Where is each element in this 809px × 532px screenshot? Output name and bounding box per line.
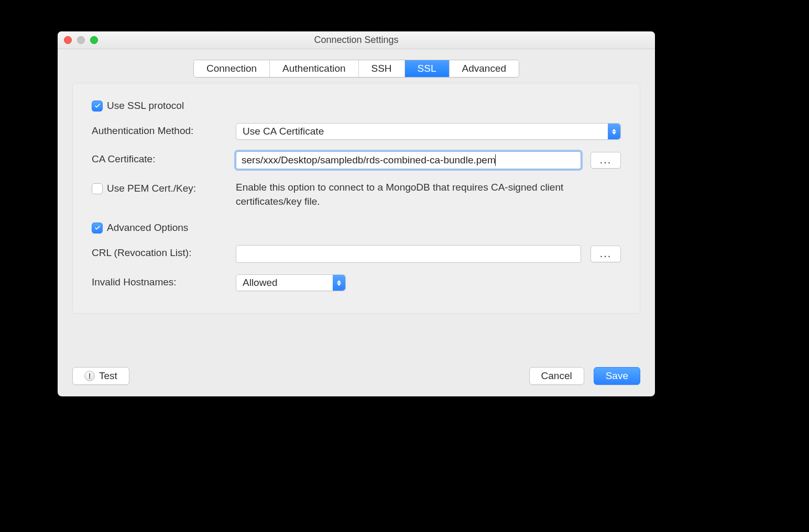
tab-ssl[interactable]: SSL bbox=[405, 60, 450, 77]
ca-cert-browse-button[interactable]: ... bbox=[591, 152, 621, 169]
auth-method-select[interactable]: Use CA Certificate bbox=[236, 123, 621, 140]
crl-label: CRL (Revocation List): bbox=[92, 247, 191, 259]
tab-bar: Connection Authentication SSH SSL Advanc… bbox=[58, 49, 655, 83]
updown-icon bbox=[333, 275, 345, 291]
advanced-options-checkbox[interactable] bbox=[92, 223, 103, 234]
test-button[interactable]: ! Test bbox=[72, 367, 129, 385]
tab-connection[interactable]: Connection bbox=[194, 60, 270, 77]
ssl-panel: Use SSL protocol Authentication Method: … bbox=[72, 83, 640, 314]
ca-cert-label: CA Certificate: bbox=[92, 153, 155, 165]
tab-ssh[interactable]: SSH bbox=[359, 60, 405, 77]
cancel-button-label: Cancel bbox=[541, 370, 572, 382]
tab-segmented-control: Connection Authentication SSH SSL Advanc… bbox=[193, 60, 519, 77]
save-button[interactable]: Save bbox=[594, 367, 640, 385]
tab-authentication[interactable]: Authentication bbox=[270, 60, 358, 77]
ca-cert-value: sers/xxx/Desktop/sampledb/rds-combined-c… bbox=[242, 154, 496, 166]
use-ssl-checkbox[interactable] bbox=[92, 101, 103, 112]
use-pem-label: Use PEM Cert./Key: bbox=[107, 183, 196, 194]
minimize-window-button[interactable] bbox=[77, 36, 85, 44]
text-cursor bbox=[495, 154, 496, 166]
cancel-button[interactable]: Cancel bbox=[529, 367, 584, 385]
use-pem-checkbox[interactable] bbox=[92, 183, 103, 194]
advanced-options-label: Advanced Options bbox=[107, 222, 188, 234]
save-button-label: Save bbox=[606, 370, 628, 382]
invalid-hostnames-select[interactable]: Allowed bbox=[236, 274, 346, 291]
auth-method-value: Use CA Certificate bbox=[243, 126, 324, 137]
tab-advanced[interactable]: Advanced bbox=[450, 60, 519, 77]
auth-method-label: Authentication Method: bbox=[92, 125, 193, 137]
zoom-window-button[interactable] bbox=[90, 36, 98, 44]
close-window-button[interactable] bbox=[64, 36, 72, 44]
warning-icon: ! bbox=[84, 371, 95, 381]
dialog-footer: ! Test Cancel Save bbox=[72, 367, 640, 385]
ca-cert-input[interactable]: sers/xxx/Desktop/sampledb/rds-combined-c… bbox=[236, 151, 581, 169]
connection-settings-window: Connection Settings Connection Authentic… bbox=[58, 31, 655, 396]
updown-icon bbox=[608, 124, 620, 139]
titlebar: Connection Settings bbox=[58, 31, 655, 49]
crl-browse-button[interactable]: ... bbox=[591, 246, 621, 262]
crl-input[interactable] bbox=[236, 245, 581, 263]
traffic-lights bbox=[64, 36, 98, 44]
window-title: Connection Settings bbox=[314, 35, 398, 46]
invalid-hostnames-value: Allowed bbox=[243, 277, 278, 289]
pem-help-text: Enable this option to connect to a Mongo… bbox=[236, 181, 621, 208]
use-ssl-label: Use SSL protocol bbox=[107, 100, 184, 112]
test-button-label: Test bbox=[99, 370, 117, 382]
invalid-hostnames-label: Invalid Hostnames: bbox=[92, 276, 177, 288]
